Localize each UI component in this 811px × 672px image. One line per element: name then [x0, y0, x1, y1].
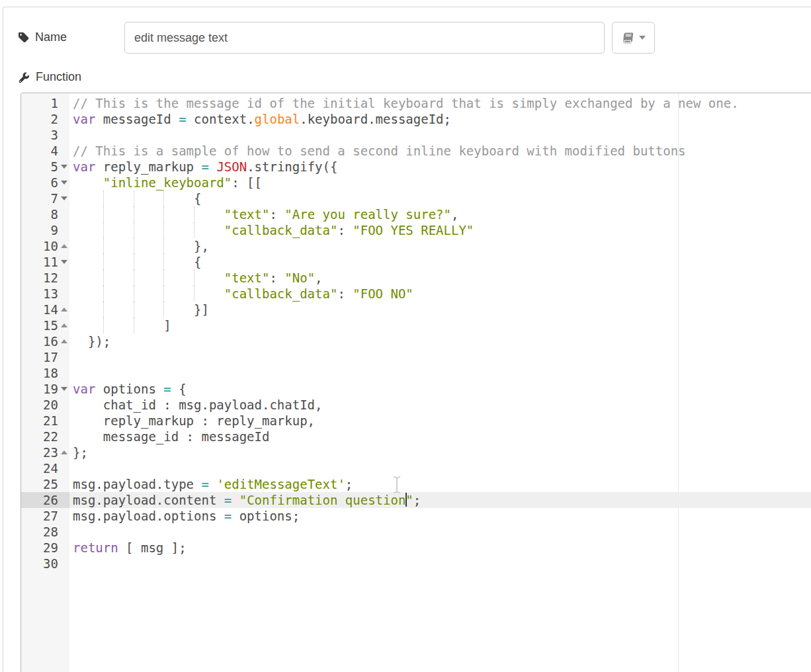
line-number: 9 — [21, 223, 58, 237]
line-number: 3 — [21, 128, 58, 142]
code-line[interactable] — [69, 365, 811, 381]
indent-guide — [163, 190, 164, 206]
text-cursor — [406, 493, 407, 507]
code-line[interactable]: // This is the message id of the initial… — [69, 95, 811, 111]
line-number: 6 — [21, 175, 58, 190]
gutter-row: 4 — [21, 143, 69, 159]
indent-guide — [134, 302, 134, 317]
fold-spacer — [58, 127, 69, 143]
code-line[interactable]: }; — [69, 444, 811, 460]
gutter-row: 30 — [21, 556, 69, 571]
name-field-label-text: Name — [35, 30, 67, 44]
line-number: 5 — [21, 159, 58, 174]
editor-code-rows[interactable]: // This is the message id of the initial… — [69, 93, 811, 571]
code-line[interactable] — [69, 349, 811, 365]
code-line[interactable]: chat_id : msg.payload.chatId, — [69, 397, 811, 413]
line-number: 23 — [21, 445, 58, 460]
fold-spacer — [58, 540, 69, 556]
code-line[interactable]: { — [69, 254, 811, 270]
code-line[interactable]: "callback_data": "FOO NO" — [69, 286, 811, 302]
code-line[interactable]: message_id : messageId — [69, 429, 811, 444]
indent-guide — [103, 254, 104, 270]
code-line[interactable]: return [ msg ]; — [69, 540, 811, 556]
indent-guide — [103, 302, 104, 317]
indent-guide — [103, 286, 104, 302]
fold-open-icon[interactable] — [58, 254, 69, 270]
indent-guide — [134, 270, 134, 286]
indent-guide — [103, 317, 104, 333]
function-code-editor[interactable]: 1234567891011121314151617181920212223242… — [21, 93, 811, 672]
code-line[interactable]: { — [69, 190, 811, 206]
code-line[interactable]: msg.payload.content = "Confirmation ques… — [69, 492, 811, 508]
fold-close-icon[interactable] — [58, 302, 69, 317]
fold-close-icon[interactable] — [58, 333, 69, 349]
fold-spacer — [58, 111, 69, 127]
code-line[interactable]: }] — [69, 302, 811, 317]
code-line[interactable]: "inline_keyboard": [[ — [69, 175, 811, 190]
code-line[interactable]: var reply_markup = JSON.stringify({ — [69, 159, 811, 175]
fold-spacer — [58, 508, 69, 524]
code-line[interactable]: ] — [69, 317, 811, 333]
indent-guide — [134, 222, 134, 238]
indent-guide — [103, 270, 104, 286]
name-field-label: Name — [18, 30, 67, 44]
fold-spacer — [58, 492, 69, 508]
gutter-row: 17 — [21, 349, 69, 365]
code-line[interactable] — [69, 127, 811, 143]
indent-guide — [103, 238, 104, 254]
fold-spacer — [58, 95, 69, 111]
fold-spacer — [58, 206, 69, 222]
gutter-row: 14 — [21, 302, 69, 317]
gutter-row: 18 — [21, 365, 69, 381]
fold-close-icon[interactable] — [58, 444, 69, 460]
code-line[interactable]: msg.payload.type = 'editMessageText'; — [69, 476, 811, 492]
indent-guide — [103, 206, 104, 222]
indent-guide — [134, 206, 134, 222]
gutter-row: 16 — [21, 333, 69, 349]
gutter-row: 27 — [21, 508, 69, 524]
gutter-row: 22 — [21, 429, 69, 444]
code-line[interactable]: "text": "Are you really sure?", — [69, 206, 811, 222]
indent-guide — [163, 206, 164, 222]
fold-close-icon[interactable] — [58, 238, 69, 254]
gutter-row: 13 — [21, 286, 69, 302]
code-line[interactable] — [69, 524, 811, 540]
fold-open-icon[interactable] — [58, 159, 69, 175]
fold-close-icon[interactable] — [58, 317, 69, 333]
line-number: 30 — [21, 556, 58, 571]
fold-spacer — [58, 476, 69, 492]
fold-open-icon[interactable] — [58, 190, 69, 206]
code-line[interactable]: var options = { — [69, 381, 811, 397]
code-line[interactable] — [69, 460, 811, 476]
fold-open-icon[interactable] — [58, 381, 69, 397]
name-input[interactable] — [124, 22, 605, 54]
code-line[interactable]: reply_markup : reply_markup, — [69, 413, 811, 429]
gutter-row: 29 — [21, 540, 69, 556]
editor-gutter: 1234567891011121314151617181920212223242… — [21, 93, 69, 672]
indent-guide — [163, 270, 164, 286]
indent-guide — [163, 222, 164, 238]
gutter-row: 25 — [21, 476, 69, 492]
gutter-row: 21 — [21, 413, 69, 429]
indent-guide — [194, 270, 194, 286]
code-line[interactable]: msg.payload.options = options; — [69, 508, 811, 524]
editor-code-pane[interactable]: // This is the message id of the initial… — [69, 93, 811, 672]
gutter-row: 1 — [21, 95, 69, 111]
code-line[interactable]: // This is a sample of how to send a sec… — [69, 143, 811, 159]
code-line[interactable]: "callback_data": "FOO YES REALLY" — [69, 222, 811, 238]
code-line[interactable]: "text": "No", — [69, 270, 811, 286]
code-line[interactable]: var messageId = context.global.keyboard.… — [69, 111, 811, 127]
gutter-row: 20 — [21, 397, 69, 413]
indent-guide — [134, 254, 134, 270]
indent-guide — [103, 190, 104, 206]
line-number: 19 — [21, 382, 58, 396]
fold-spacer — [58, 222, 69, 238]
line-number: 25 — [21, 477, 58, 491]
library-button[interactable] — [612, 22, 655, 54]
code-line[interactable]: }); — [69, 333, 811, 349]
code-line[interactable]: }, — [69, 238, 811, 254]
gutter-row: 5 — [21, 159, 69, 175]
fold-open-icon[interactable] — [58, 175, 69, 190]
code-line[interactable] — [69, 556, 811, 571]
fold-spacer — [58, 460, 69, 476]
